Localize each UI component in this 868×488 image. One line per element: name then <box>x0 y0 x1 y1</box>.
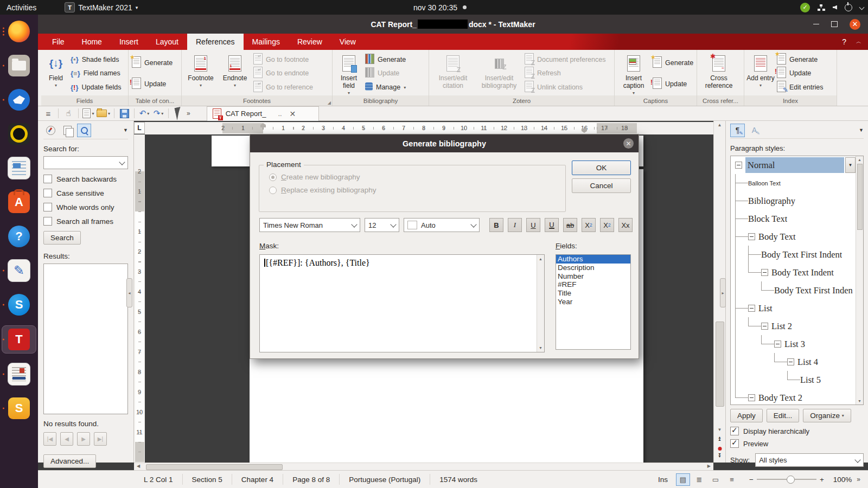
button-update-fields[interactable]: {!}Update fields <box>71 81 121 94</box>
tab-review[interactable]: Review <box>289 34 331 50</box>
status-portuguese-portugal-[interactable]: Portuguese (Portugal) <box>339 474 430 484</box>
minimize-button[interactable] <box>813 24 819 25</box>
close-button[interactable]: ✕ <box>850 19 860 30</box>
tab-insert[interactable]: Insert <box>111 34 147 50</box>
undo-button[interactable]: ↶▾ <box>138 107 150 119</box>
clock[interactable]: nov 30 20:35 <box>413 3 467 12</box>
style-item[interactable]: Body Text <box>731 228 863 246</box>
ok-button[interactable]: OK <box>572 160 631 175</box>
double-underline-button[interactable]: U <box>545 218 559 232</box>
font-size-combobox[interactable]: 12 <box>365 218 399 232</box>
style-item[interactable]: List <box>731 299 863 317</box>
pages-mode-icon[interactable] <box>60 124 74 137</box>
horizontal-ruler[interactable]: 21123456789101112131415161718 <box>145 122 713 134</box>
tab-home[interactable]: Home <box>73 34 111 50</box>
horizontal-scroll-thumb[interactable] <box>146 464 283 470</box>
insert-mode-indicator[interactable]: Ins <box>658 476 668 484</box>
previous-object-icon[interactable]: ▲▲ <box>714 436 725 441</box>
strikethrough-button[interactable]: ab <box>563 218 577 232</box>
checkbox-case-sensitive[interactable] <box>43 189 52 197</box>
tab-layout[interactable]: Layout <box>147 34 187 50</box>
dock-item-firefox[interactable] <box>2 18 36 45</box>
expander-icon[interactable] <box>748 233 755 240</box>
expander-icon[interactable] <box>748 305 755 312</box>
help-icon[interactable]: ? <box>842 37 846 46</box>
zoom-slider[interactable]: − + <box>749 476 824 484</box>
field-item[interactable]: #REF <box>556 280 630 289</box>
paragraph-styles-icon[interactable]: ¶✎ <box>730 124 745 137</box>
button-insert-field[interactable]: Insert field▾ <box>335 52 363 95</box>
field-item[interactable]: Description <box>556 264 630 272</box>
window-title-bar[interactable]: CAT Report_docx * - TextMaker ✕ <box>38 15 868 34</box>
button-field-names[interactable]: {≡}Field names <box>71 67 121 80</box>
style-item[interactable]: Bibliography <box>731 192 863 210</box>
touch-mode-icon[interactable]: ☝ <box>62 107 74 119</box>
toolbar-overflow-button[interactable]: » <box>187 110 190 117</box>
update-check-icon[interactable]: ✓ <box>800 3 810 12</box>
apply-button[interactable]: Apply <box>730 409 763 422</box>
replace-existing-bibliography-radio[interactable] <box>269 187 277 194</box>
field-item[interactable]: Year <box>556 298 630 306</box>
system-menu-chevron-icon[interactable] <box>859 5 865 10</box>
button-add-entry[interactable]: Add entry▾ <box>746 52 775 95</box>
sidebar-menu-icon[interactable]: ≡ <box>42 107 54 119</box>
style-dropdown-icon[interactable]: ▼ <box>845 157 856 173</box>
button-edit-entries[interactable]: ✎Edit entries <box>777 81 824 94</box>
right-panel-collapse-handle[interactable]: ▸ <box>720 278 726 307</box>
button-insert-caption[interactable]: Insert caption▾ <box>617 52 650 95</box>
cancel-button[interactable]: Cancel <box>572 178 631 193</box>
dock-item-files[interactable] <box>2 52 36 79</box>
collapse-ribbon-icon[interactable]: ︿ <box>856 38 861 46</box>
mask-textarea[interactable]: [{#REF}]: {Authors}, {Title} ▲▼ <box>259 254 545 352</box>
dock-item-softmaker-reader[interactable] <box>2 361 36 388</box>
style-item[interactable]: Normal▼ <box>731 156 863 174</box>
redo-button[interactable]: ↷▾ <box>152 107 164 119</box>
tab-mailings[interactable]: Mailings <box>244 34 289 50</box>
last-result-button[interactable]: ▶| <box>94 432 107 446</box>
tab-references[interactable]: References <box>187 34 244 50</box>
style-item[interactable]: Body Text 2 <box>731 389 863 405</box>
field-item[interactable]: Number <box>556 272 630 281</box>
subscript-button[interactable]: X2 <box>582 218 596 232</box>
horizontal-scrollbar[interactable]: ◀ ▶ <box>134 463 713 470</box>
page-border-view-button[interactable]: ▭ <box>709 473 723 486</box>
character-styles-icon[interactable]: A✎ <box>747 124 762 137</box>
tab-file[interactable]: File <box>43 34 73 50</box>
style-item[interactable]: Block Text <box>731 210 863 228</box>
statusbar-overflow-button[interactable]: » <box>857 476 860 483</box>
styles-tree[interactable]: Normal▼Balloon TextBibliographyBlock Tex… <box>730 156 864 405</box>
status-chapter-4[interactable]: Chapter 4 <box>232 474 283 484</box>
navigate-mode-icon[interactable] <box>43 124 58 137</box>
styles-tree-scrollbar[interactable]: ▲▼ <box>856 156 863 404</box>
scroll-up-icon[interactable]: ▲ <box>714 123 725 127</box>
create-new-bibliography-radio[interactable] <box>269 174 277 181</box>
style-item[interactable]: Balloon Text <box>731 174 863 192</box>
button-shade-fields[interactable]: {▪}Shade fields <box>71 53 121 66</box>
tab-stop-selector[interactable]: L <box>134 122 145 134</box>
dock-item-softmaker[interactable]: S <box>2 395 36 422</box>
next-object-icon[interactable]: ▼▼ <box>714 453 725 458</box>
button-cross-reference[interactable]: ✱−Cross reference <box>699 52 738 95</box>
style-item[interactable]: List 5 <box>731 371 863 389</box>
dock-item-libreoffice-writer[interactable] <box>2 155 36 182</box>
button-generate[interactable]: ★Generate <box>132 56 173 69</box>
checkbox-whole-words-only[interactable] <box>43 203 52 211</box>
panel-options-chevron-icon[interactable]: ▼ <box>123 127 128 133</box>
vertical-ruler[interactable]: 211234567891011 <box>134 134 145 463</box>
button-update[interactable]: !Update <box>132 78 173 91</box>
style-item[interactable]: Body Text Indent <box>731 264 863 281</box>
dock-item-rhythmbox[interactable] <box>2 120 36 147</box>
bold-button[interactable]: B <box>489 218 503 232</box>
next-result-button[interactable]: ▶ <box>77 432 90 446</box>
fields-listbox[interactable]: AuthorsDescriptionNumber#REFTitleYear <box>556 254 631 350</box>
dock-item-textmaker[interactable]: T <box>2 325 36 354</box>
continuous-view-button[interactable]: ≣ <box>692 473 706 486</box>
open-document-button[interactable]: ▾ <box>97 107 110 119</box>
first-result-button[interactable]: |◀ <box>43 432 56 446</box>
style-item[interactable]: Body Text First Indent <box>731 246 863 264</box>
volume-icon[interactable] <box>833 5 837 10</box>
vertical-scroll-thumb[interactable] <box>716 322 724 407</box>
style-item[interactable]: List 3 <box>731 335 863 353</box>
dock-item-skype[interactable]: S <box>2 291 36 318</box>
button-generate[interactable]: Generate <box>365 53 406 66</box>
